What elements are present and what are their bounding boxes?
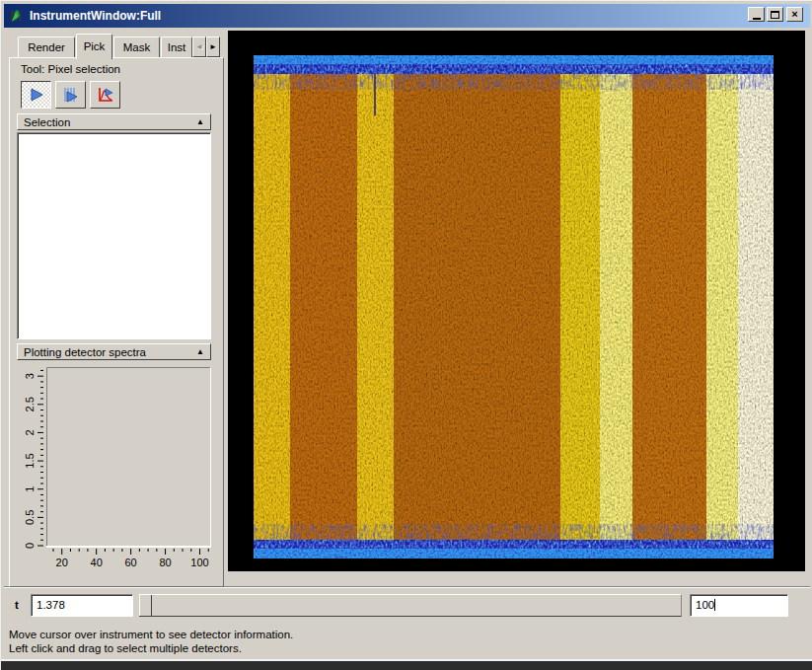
mantid-logo-icon: M (9, 8, 25, 24)
svg-text:2: 2 (24, 429, 36, 435)
selection-text-area[interactable] (17, 132, 211, 339)
svg-text:60: 60 (124, 557, 136, 568)
close-icon: × (791, 9, 797, 20)
dead-pixel-column (374, 74, 376, 115)
slider-handle[interactable] (139, 595, 152, 616)
status-line-1: Move cursor over instrument to see detec… (9, 629, 293, 640)
tab-instrument[interactable]: Inst (161, 37, 192, 58)
window-bottom-edge (1, 661, 812, 670)
chevron-left-icon: ◄ (195, 42, 203, 51)
title-bar[interactable]: M InstrumentWindow:Full (4, 4, 810, 28)
svg-text:20: 20 (56, 557, 68, 568)
tab-pick[interactable]: Pick (76, 34, 112, 59)
chevron-right-icon: ► (209, 42, 217, 51)
spectra-mini-plot[interactable]: 2040608010000.511.522.53 (17, 363, 211, 577)
tab-render[interactable]: Render (18, 37, 75, 58)
bottom-edge-noise (254, 540, 774, 549)
svg-text:40: 40 (91, 557, 103, 568)
detector-heatmap-image[interactable] (254, 55, 774, 558)
status-line-2: Left click and drag to select multiple d… (9, 642, 242, 654)
minimize-button[interactable] (748, 7, 765, 22)
bottom-transition-noise (254, 524, 774, 540)
peak-selection-tool-button[interactable] (90, 81, 120, 109)
bin-count-text: 100 (696, 599, 714, 611)
detector-bands (254, 74, 774, 540)
peak-plot-icon (96, 85, 115, 105)
cursor-arrow-icon (27, 85, 46, 105)
selection-panel-title: Selection (24, 116, 70, 128)
maximize-button[interactable] (767, 7, 783, 22)
svg-text:100: 100 (190, 557, 208, 568)
svg-text:3: 3 (24, 373, 36, 379)
svg-text:0: 0 (24, 543, 36, 549)
t-label: t (15, 599, 19, 611)
tube-arrow-icon (61, 85, 81, 105)
top-transition-noise (254, 74, 774, 90)
time-bin-slider[interactable] (139, 594, 682, 617)
collapse-triangle-icon: ▲ (196, 118, 204, 126)
svg-text:80: 80 (159, 557, 171, 568)
tool-status-label: Tool: Pixel selection (21, 63, 120, 75)
tube-selection-tool-button[interactable] (55, 81, 86, 109)
plot-panel-title: Plotting detector spectra (24, 346, 146, 358)
window-title: InstrumentWindow:Full (30, 9, 161, 23)
collapse-triangle-icon: ▲ (196, 348, 204, 356)
top-cyan-noise (254, 55, 774, 64)
text-caret (714, 599, 715, 611)
top-edge-noise (254, 64, 774, 74)
maximize-icon (771, 11, 779, 19)
pixel-selection-tool-button[interactable] (21, 81, 51, 109)
plot-panel-header[interactable]: Plotting detector spectra ▲ (17, 343, 211, 360)
tab-scroll-right-button[interactable]: ► (206, 37, 220, 57)
instrument-3d-viewport[interactable] (228, 31, 805, 571)
svg-text:1.5: 1.5 (24, 453, 36, 468)
svg-text:0.5: 0.5 (24, 510, 36, 525)
bottom-cyan-noise (254, 549, 774, 558)
bin-count-input[interactable]: 100 (690, 594, 788, 617)
t-value-input[interactable]: 1.378 (31, 594, 133, 617)
t-value-text: 1.378 (37, 599, 65, 611)
tab-scroll-left-button[interactable]: ◄ (192, 37, 206, 57)
spectra-plot-canvas: 2040608010000.511.522.53 (17, 363, 211, 577)
selection-panel-header[interactable]: Selection ▲ (17, 113, 211, 130)
svg-text:2.5: 2.5 (24, 397, 36, 411)
close-button[interactable]: × (786, 7, 803, 22)
tab-mask[interactable]: Mask (113, 37, 160, 58)
minimize-icon (753, 18, 761, 20)
svg-text:1: 1 (24, 486, 36, 492)
instrument-window: M InstrumentWindow:Full × Render Pick Ma… (0, 0, 812, 670)
